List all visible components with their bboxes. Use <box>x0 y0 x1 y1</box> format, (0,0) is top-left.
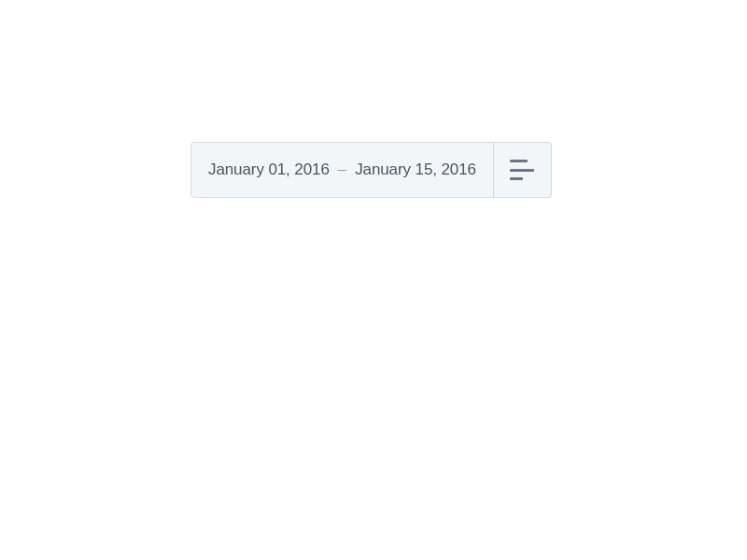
menu-button[interactable] <box>493 143 551 197</box>
date-range-button[interactable]: January 01, 2016 – January 15, 2016 <box>191 143 493 197</box>
date-range-end: January 15, 2016 <box>355 161 476 179</box>
date-range-start: January 01, 2016 <box>208 161 330 179</box>
menu-icon <box>510 160 534 180</box>
date-range-separator: – <box>338 161 346 179</box>
date-range-control: January 01, 2016 – January 15, 2016 <box>190 142 552 198</box>
